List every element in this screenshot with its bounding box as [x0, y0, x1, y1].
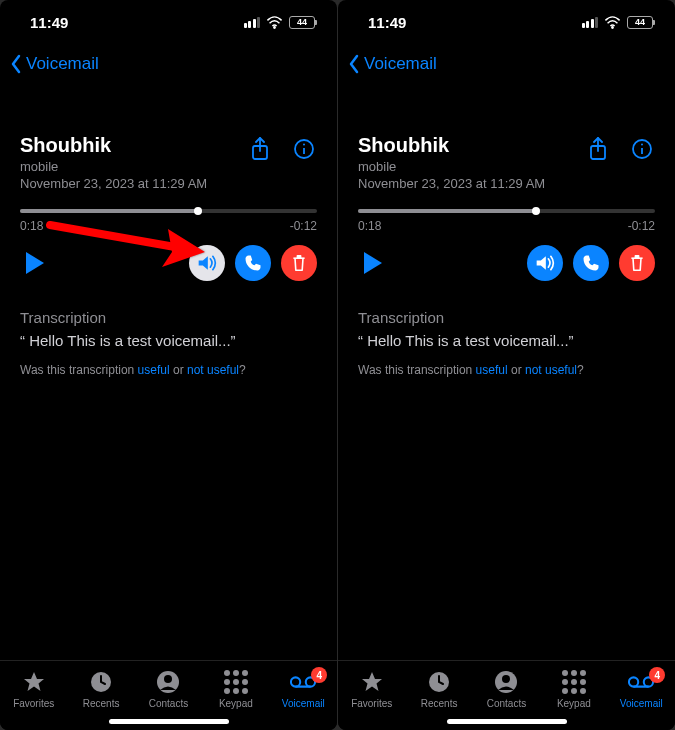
tab-contacts[interactable]: Contacts: [138, 669, 198, 709]
tab-contacts[interactable]: Contacts: [476, 669, 536, 709]
svg-point-11: [291, 677, 300, 686]
transcription-text: “ Hello This is a test voicemail...”: [20, 332, 317, 349]
voicemail-badge: 4: [649, 667, 665, 683]
share-icon: [588, 137, 608, 161]
svg-point-27: [629, 677, 638, 686]
delete-button[interactable]: [619, 245, 655, 281]
time-elapsed: 0:18: [20, 219, 43, 233]
star-icon: [21, 669, 47, 695]
svg-marker-6: [199, 256, 208, 269]
battery-icon: 44: [289, 16, 315, 29]
caller-name: Shoubhik: [358, 134, 545, 157]
info-icon: [293, 138, 315, 160]
share-button[interactable]: [585, 136, 611, 162]
svg-point-16: [612, 26, 613, 27]
wifi-icon: [604, 16, 621, 29]
status-time: 11:49: [30, 14, 68, 31]
tab-voicemail[interactable]: Voicemail 4: [273, 669, 333, 709]
phone-icon: [582, 254, 600, 272]
info-button[interactable]: [291, 136, 317, 162]
feedback-not-useful-link[interactable]: not useful: [187, 363, 239, 377]
tab-favorites[interactable]: Favorites: [342, 669, 402, 709]
phone-screen-left: 11:49 44 Voicemail Shoubhik mobile Novem…: [0, 0, 337, 730]
svg-marker-7: [24, 672, 44, 691]
caller-label: mobile: [358, 159, 545, 174]
call-back-button[interactable]: [573, 245, 609, 281]
speaker-button[interactable]: [189, 245, 225, 281]
home-indicator[interactable]: [109, 719, 229, 724]
keypad-icon: [223, 669, 249, 695]
status-right: 44: [582, 16, 654, 29]
time-remaining: -0:12: [290, 219, 317, 233]
person-circle-icon: [493, 669, 519, 695]
chevron-left-icon: [10, 54, 22, 74]
playback-scrubber[interactable]: 0:18 -0:12: [358, 209, 655, 233]
transcription-heading: Transcription: [20, 309, 317, 326]
feedback-not-useful-link[interactable]: not useful: [525, 363, 577, 377]
clock-icon: [88, 669, 114, 695]
play-icon: [24, 250, 46, 276]
back-label: Voicemail: [26, 54, 99, 74]
tab-keypad[interactable]: Keypad: [206, 669, 266, 709]
play-button[interactable]: [20, 248, 50, 278]
cellular-signal-icon: [582, 17, 599, 28]
status-bar: 11:49 44: [0, 0, 337, 44]
voicemail-detail: Shoubhik mobile November 23, 2023 at 11:…: [0, 84, 337, 660]
person-circle-icon: [155, 669, 181, 695]
play-button[interactable]: [358, 248, 388, 278]
share-button[interactable]: [247, 136, 273, 162]
chevron-left-icon: [348, 54, 360, 74]
status-time: 11:49: [368, 14, 406, 31]
tab-bar: Favorites Recents Contacts Keypad Voicem…: [0, 660, 337, 730]
battery-icon: 44: [627, 16, 653, 29]
transcription-text: “ Hello This is a test voicemail...”: [358, 332, 655, 349]
time-remaining: -0:12: [628, 219, 655, 233]
tab-bar: Favorites Recents Contacts Keypad Voicem…: [338, 660, 675, 730]
trash-icon: [629, 254, 645, 272]
home-indicator[interactable]: [447, 719, 567, 724]
share-icon: [250, 137, 270, 161]
phone-icon: [244, 254, 262, 272]
voicemail-detail: Shoubhik mobile November 23, 2023 at 11:…: [338, 84, 675, 660]
speaker-button[interactable]: [527, 245, 563, 281]
caller-name: Shoubhik: [20, 134, 207, 157]
svg-point-4: [303, 144, 305, 146]
tab-recents[interactable]: Recents: [409, 669, 469, 709]
svg-marker-21: [364, 252, 382, 274]
trash-icon: [291, 254, 307, 272]
feedback-useful-link[interactable]: useful: [476, 363, 508, 377]
cellular-signal-icon: [244, 17, 261, 28]
info-button[interactable]: [629, 136, 655, 162]
svg-marker-23: [362, 672, 382, 691]
tab-favorites[interactable]: Favorites: [4, 669, 64, 709]
caller-label: mobile: [20, 159, 207, 174]
wifi-icon: [266, 16, 283, 29]
back-nav[interactable]: Voicemail: [338, 44, 675, 84]
feedback-useful-link[interactable]: useful: [138, 363, 170, 377]
status-right: 44: [244, 16, 316, 29]
tab-recents[interactable]: Recents: [71, 669, 131, 709]
time-elapsed: 0:18: [358, 219, 381, 233]
playback-scrubber[interactable]: 0:18 -0:12: [20, 209, 317, 233]
clock-icon: [426, 669, 452, 695]
back-label: Voicemail: [364, 54, 437, 74]
svg-point-10: [164, 675, 172, 683]
tab-voicemail[interactable]: Voicemail 4: [611, 669, 671, 709]
call-back-button[interactable]: [235, 245, 271, 281]
phone-screen-right: 11:49 44 Voicemail Shoubhik mobile Novem…: [338, 0, 675, 730]
back-nav[interactable]: Voicemail: [0, 44, 337, 84]
svg-point-26: [502, 675, 510, 683]
speaker-icon: [535, 254, 555, 272]
tab-keypad[interactable]: Keypad: [544, 669, 604, 709]
info-icon: [631, 138, 653, 160]
play-icon: [362, 250, 384, 276]
voicemail-timestamp: November 23, 2023 at 11:29 AM: [358, 176, 545, 191]
svg-marker-5: [26, 252, 44, 274]
voicemail-badge: 4: [311, 667, 327, 683]
delete-button[interactable]: [281, 245, 317, 281]
voicemail-timestamp: November 23, 2023 at 11:29 AM: [20, 176, 207, 191]
transcription-feedback: Was this transcription useful or not use…: [20, 363, 317, 377]
speaker-icon: [197, 254, 217, 272]
transcription-feedback: Was this transcription useful or not use…: [358, 363, 655, 377]
svg-point-0: [274, 26, 275, 27]
